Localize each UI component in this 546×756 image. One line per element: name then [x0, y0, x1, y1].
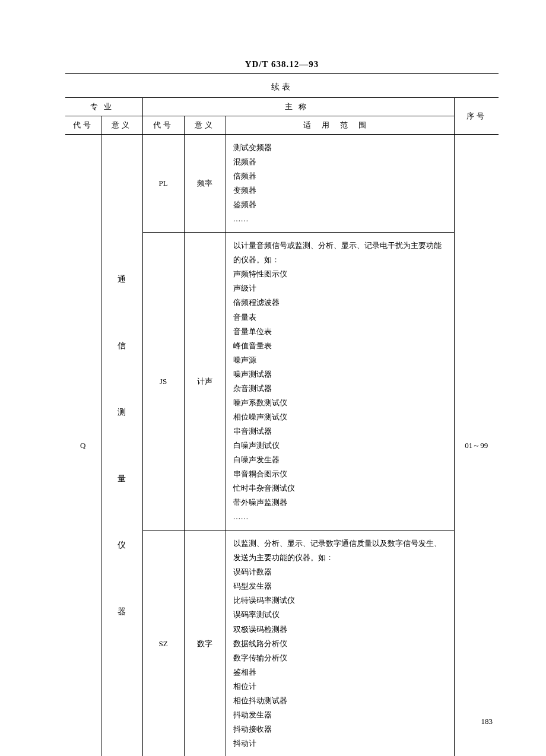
specialty-meaning-cell: 通信测量仪器	[101, 135, 142, 757]
row-meaning: 频率	[184, 135, 226, 233]
specialty-code-cell: Q	[65, 135, 101, 757]
header-sequence: 序号	[454, 98, 499, 135]
row-scope: 以计量音频信号或监测、分析、显示、记录电干扰为主要功能的仪器。如：声频特性图示仪…	[226, 233, 454, 531]
page-number: 183	[481, 717, 493, 726]
row-scope: 测试变频器混频器倍频器变频器鉴频器……	[226, 135, 454, 233]
row-scope: 以监测、分析、显示、记录数字通信质量以及数字信号发生、发送为主要功能的仪器。如：…	[226, 531, 454, 756]
sequence-cell: 01～99	[454, 135, 499, 757]
continuation-label: 续表	[65, 82, 499, 93]
header-main-meaning: 意义	[184, 116, 226, 135]
header-specialty-meaning: 意义	[101, 116, 142, 135]
row-code: SZ	[142, 531, 184, 756]
classification-table: 专业 主称 序号 代号 意义 代号 意义 适用范围 Q 通信测量仪器 PL 频率…	[65, 97, 499, 756]
header-specialty-code: 代号	[65, 116, 101, 135]
row-code: PL	[142, 135, 184, 233]
row-code: JS	[142, 233, 184, 531]
row-meaning: 数字	[184, 531, 226, 756]
header-scope: 适用范围	[226, 116, 454, 135]
table-row: Q 通信测量仪器 PL 频率 测试变频器混频器倍频器变频器鉴频器…… 01～99	[65, 135, 499, 233]
document-header: YD/T 638.12—93	[65, 59, 499, 74]
header-main-code: 代号	[142, 116, 184, 135]
row-meaning: 计声	[184, 233, 226, 531]
header-specialty: 专业	[65, 98, 142, 116]
header-main-name: 主称	[142, 98, 454, 116]
